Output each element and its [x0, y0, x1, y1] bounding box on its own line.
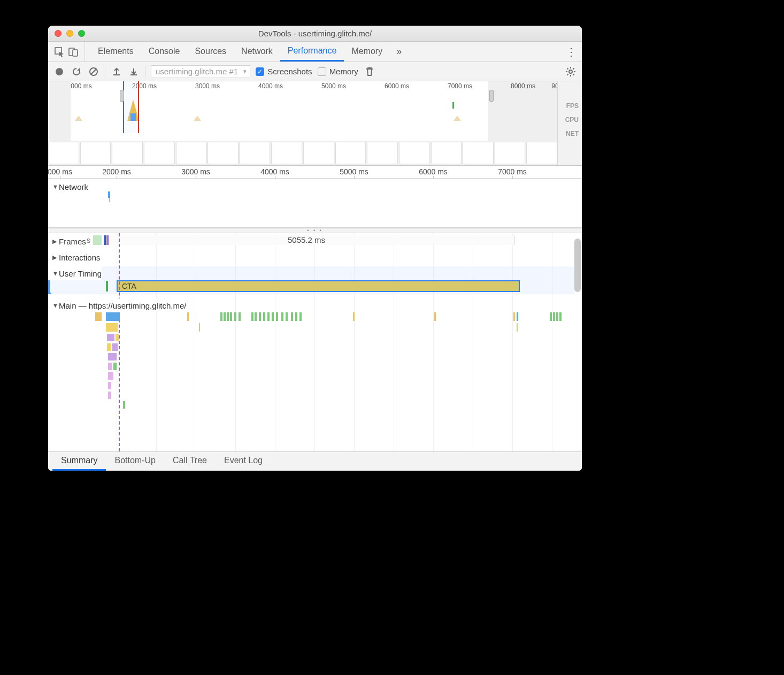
- filmstrip-frame[interactable]: [463, 142, 494, 164]
- task-bar[interactable]: [239, 312, 241, 321]
- task-bar[interactable]: [517, 323, 518, 332]
- filmstrip-frame[interactable]: [526, 142, 557, 164]
- task-bar[interactable]: [220, 312, 222, 321]
- task-bar[interactable]: [272, 312, 274, 321]
- record-icon[interactable]: [53, 66, 65, 78]
- task-bar[interactable]: [230, 312, 232, 321]
- task-bar[interactable]: [108, 372, 113, 380]
- frame-segment[interactable]: [104, 235, 106, 245]
- overview-handle-right[interactable]: [489, 90, 494, 102]
- settings-gear-icon[interactable]: [565, 66, 577, 78]
- screenshots-checkbox[interactable]: ✓ Screenshots: [256, 67, 312, 76]
- summary-tab-summary[interactable]: Summary: [52, 452, 106, 471]
- filmstrip-frame[interactable]: [431, 142, 462, 164]
- task-bar[interactable]: [259, 312, 261, 321]
- task-bar[interactable]: [559, 312, 562, 321]
- task-bar[interactable]: [281, 312, 283, 321]
- network-track[interactable]: ▼ Network: [48, 179, 582, 228]
- task-bar[interactable]: [199, 323, 200, 332]
- memory-checkbox[interactable]: Memory: [318, 67, 358, 76]
- task-bar[interactable]: [107, 343, 111, 351]
- clear-icon[interactable]: [88, 66, 99, 78]
- task-bar[interactable]: [108, 353, 117, 360]
- flamechart-pane[interactable]: ▶ Frames s 5055.2 ms ▶ Interactions ▼ Us…: [48, 233, 582, 451]
- task-bar[interactable]: [276, 312, 278, 321]
- task-bar[interactable]: [513, 312, 515, 321]
- task-bar[interactable]: [251, 312, 253, 321]
- filmstrip-frame[interactable]: [495, 142, 526, 164]
- load-profile-icon[interactable]: [111, 66, 122, 78]
- tab-sources[interactable]: Sources: [187, 42, 234, 62]
- summary-tab-call-tree[interactable]: Call Tree: [164, 452, 216, 471]
- task-bar[interactable]: [224, 312, 226, 321]
- collapse-arrow-icon[interactable]: ▼: [52, 270, 59, 277]
- overview-handle-left[interactable]: [120, 90, 124, 102]
- save-profile-icon[interactable]: [128, 66, 140, 78]
- task-bar[interactable]: [255, 312, 257, 321]
- device-toggle-icon[interactable]: [67, 46, 79, 58]
- filmstrip-frame[interactable]: [207, 142, 239, 164]
- frame-segment[interactable]: [93, 235, 102, 245]
- reload-record-icon[interactable]: [71, 66, 82, 78]
- task-bar[interactable]: [107, 334, 114, 341]
- task-bar[interactable]: [112, 343, 118, 351]
- inspect-element-icon[interactable]: [53, 46, 65, 58]
- expand-arrow-icon[interactable]: ▶: [52, 254, 59, 261]
- user-timing-measure-cta[interactable]: CTA: [117, 280, 520, 292]
- filmstrip[interactable]: [48, 141, 557, 165]
- tab-performance[interactable]: Performance: [280, 42, 344, 62]
- filmstrip-frame[interactable]: [112, 142, 143, 164]
- flamechart-scrollbar[interactable]: [574, 239, 581, 292]
- task-bar[interactable]: [295, 312, 297, 321]
- user-timing-mark[interactable]: [106, 281, 108, 292]
- collapse-arrow-icon[interactable]: ▼: [52, 183, 59, 190]
- task-bar[interactable]: [286, 312, 288, 321]
- panel-splitter[interactable]: • • •: [48, 228, 582, 233]
- recording-select[interactable]: usertiming.glitch.me #1: [151, 65, 250, 78]
- tab-network[interactable]: Network: [234, 42, 280, 62]
- trash-icon[interactable]: [364, 66, 375, 78]
- task-bar[interactable]: [263, 312, 265, 321]
- flamechart-ruler[interactable]: 000 ms 2000 ms 3000 ms 4000 ms 5000 ms 6…: [48, 166, 582, 179]
- collapse-arrow-icon[interactable]: ▼: [52, 302, 59, 309]
- filmstrip-frame[interactable]: [144, 142, 175, 164]
- filmstrip-frame[interactable]: [48, 142, 79, 164]
- summary-tab-bottom-up[interactable]: Bottom-Up: [106, 452, 164, 471]
- task-bar[interactable]: [106, 323, 118, 332]
- task-bar[interactable]: [95, 312, 102, 321]
- filmstrip-frame[interactable]: [271, 142, 302, 164]
- filmstrip-frame[interactable]: [80, 142, 111, 164]
- overview-panel[interactable]: 000 ms 2000 ms 3000 ms 4000 ms 5000 ms 6…: [48, 81, 582, 166]
- filmstrip-frame[interactable]: [240, 142, 271, 164]
- task-bar[interactable]: [234, 312, 236, 321]
- task-bar[interactable]: [517, 312, 518, 321]
- filmstrip-frame[interactable]: [367, 142, 398, 164]
- overview-selection[interactable]: [123, 81, 139, 133]
- task-bar[interactable]: [267, 312, 270, 321]
- task-bar[interactable]: [187, 312, 189, 321]
- filmstrip-frame[interactable]: [335, 142, 366, 164]
- task-bar[interactable]: [106, 312, 120, 321]
- kebab-menu-icon[interactable]: ⋮: [564, 45, 579, 58]
- task-bar[interactable]: [227, 312, 229, 321]
- task-bar[interactable]: [108, 392, 111, 399]
- task-bar[interactable]: [291, 312, 293, 321]
- tab-console[interactable]: Console: [141, 42, 188, 62]
- task-bar[interactable]: [116, 334, 119, 341]
- task-bar[interactable]: [434, 312, 436, 321]
- task-bar[interactable]: [299, 312, 302, 321]
- task-bar[interactable]: [113, 363, 117, 370]
- tab-elements[interactable]: Elements: [90, 42, 141, 62]
- task-bar[interactable]: [108, 382, 111, 389]
- task-bar[interactable]: [553, 312, 555, 321]
- task-bar[interactable]: [550, 312, 552, 321]
- filmstrip-frame[interactable]: [399, 142, 430, 164]
- filmstrip-frame[interactable]: [176, 142, 207, 164]
- tab-memory[interactable]: Memory: [344, 42, 390, 62]
- task-bar[interactable]: [123, 401, 125, 409]
- more-tabs-button[interactable]: »: [390, 42, 408, 62]
- network-event[interactable]: [108, 191, 110, 198]
- task-bar[interactable]: [556, 312, 558, 321]
- summary-tab-event-log[interactable]: Event Log: [216, 452, 271, 471]
- task-bar[interactable]: [353, 312, 355, 321]
